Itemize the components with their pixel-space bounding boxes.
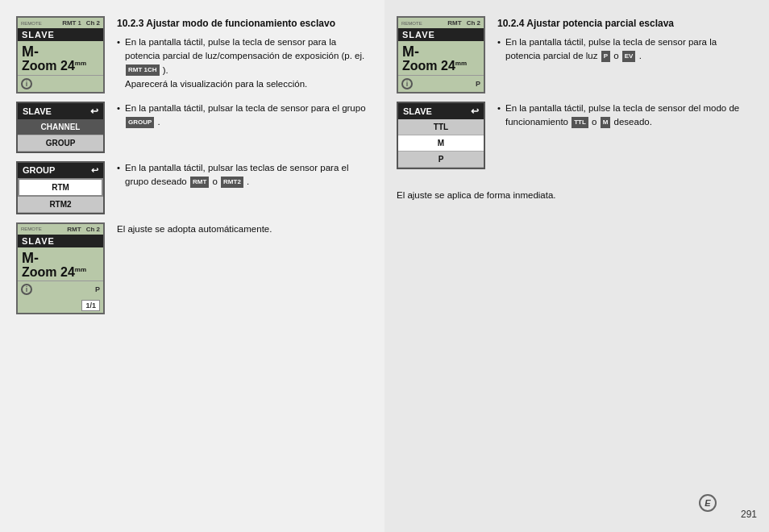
section3-bullet: En la pantalla táctil, pulsar las teclas… [117,161,368,189]
lcd2-zoom-m: M- [22,251,99,265]
lcd2-bottom: i P [18,281,103,297]
lcd2-remote-label: REMOTE [21,227,42,231]
slave-menu-titlebar: SLAVE ↩ [18,103,103,119]
page-footer: E 291 [741,509,757,520]
left-panel: REMOTE RMT 1 Ch 2 SLAVE M- [0,0,384,532]
right-section2-bullet: En la pantalla táctil, pulse la tecla de… [497,102,753,130]
ttl-item[interactable]: TTL [398,119,484,135]
badge-ev: EV [622,51,636,62]
section4-text: El ajuste se adopta automáticamente. [117,222,368,315]
lcd1-info-icon: i [21,78,32,89]
group-item[interactable]: GROUP [18,135,103,152]
group-menu-titlebar: GROUP ↩ [18,163,103,178]
lcd1-bottom: i [18,75,103,92]
m-item[interactable]: M [398,135,484,152]
badge-rmt: RMT [190,177,209,188]
section2-text: En la pantalla táctil, pulsar la tecla d… [117,102,368,153]
section1-bullet1: En la pantalla táctil, pulse la tecla de… [117,35,368,91]
lcd1-slave-bar: SLAVE [18,28,103,41]
lcd-screen-2: REMOTE RMT Ch 2 SLAVE M- Zoom 24mm i [16,222,105,315]
section3-text: En la pantalla táctil, pulsar las teclas… [117,161,368,214]
lcd2-p-label: P [95,285,100,293]
group-menu-screen: GROUP ↩ RTM RTM2 [16,161,105,214]
lcd2-zoom-text: Zoom 24mm [22,265,99,280]
lcd1-zoom-sup: mm [75,60,86,67]
lcd1-rmt-label: RMT 1 [62,19,81,27]
badge-m: M [601,117,611,128]
lcd2-slave-bar: SLAVE [18,235,103,247]
right-slave-titlebar: SLAVE ↩ [398,103,484,119]
lcd1-remote-label: REMOTE [21,21,42,26]
right-section1-text: 10.2.4 Ajustar potencia parcial esclava … [497,16,753,94]
lcd2-rmt-label: RMT [67,226,81,233]
slave-menu-screen: SLAVE ↩ CHANNEL GROUP [16,102,105,153]
right-section1-title: 10.2.4 Ajustar potencia parcial esclava [497,16,753,31]
right-lcd1-slave: SLAVE [398,28,484,41]
e-badge: E [699,494,717,512]
lcd2-zoom-sup: mm [75,265,86,272]
badge-ttl: TTL [572,117,588,128]
lcd2-fraction: 1/1 [18,297,103,313]
group-back-arrow: ↩ [91,165,98,176]
badge-group: GROUP [126,117,154,128]
lcd1-ch-label: Ch 2 [86,19,100,27]
right-lcd-screen-1: REMOTE RMT Ch 2 SLAVE M- Zoom 24mm i [397,16,485,94]
section1-text: 10.2.3 Ajustar modo de funcionamiento es… [117,16,368,94]
lcd1-zoom-m: M- [22,44,99,59]
lcd2-zoom: M- Zoom 24mm [18,247,103,281]
lcd-screen-1: REMOTE RMT 1 Ch 2 SLAVE M- [16,16,105,94]
right-section2-text: En la pantalla táctil, pulse la tecla de… [497,102,753,169]
slave-back-arrow: ↩ [90,106,98,117]
p-item[interactable]: P [398,152,484,168]
page-number: 291 [741,509,757,520]
lcd1-header: REMOTE RMT 1 Ch 2 [18,18,103,28]
lcd2-ch-label: Ch 2 [86,226,100,233]
badge-rmt2: RMT2 [221,177,243,188]
right-plain-text: El ajuste se aplica de forma inmediata. [397,189,753,209]
right-lcd1-rmt: RMT [447,19,461,27]
right-lcd1-remote: REMOTE [401,21,422,26]
rtm2-item[interactable]: RTM2 [18,197,103,213]
right-lcd1-bottom: i P [398,75,484,92]
right-lcd1-header: REMOTE RMT Ch 2 [398,18,484,28]
lcd1-zoom-text: Zoom 24mm [22,59,99,73]
right-section1-bullet1: En la pantalla táctil, pulse la tecla de… [497,35,753,64]
channel-item[interactable]: CHANNEL [18,119,103,135]
right-slave-menu: SLAVE ↩ TTL M P [397,102,485,169]
lcd2-header: REMOTE RMT Ch 2 [18,224,103,235]
right-lcd1-p: P [476,80,480,88]
lcd1-zoom: M- Zoom 24mm [18,41,103,75]
badge-p: P [601,51,610,62]
section2-bullet: En la pantalla táctil, pulsar la tecla d… [117,102,368,130]
right-slave-back: ↩ [471,106,479,117]
right-lcd1-info: i [401,78,413,89]
badge-rmt1ch: RMT 1CH [126,64,160,76]
right-lcd1-ch: Ch 2 [467,19,480,27]
section4-plain: El ajuste se adopta automáticamente. [117,222,368,236]
right-lcd1-zoom: M- Zoom 24mm [398,41,484,75]
section1-title: 10.2.3 Ajustar modo de funcionamiento es… [117,16,368,31]
right-panel: REMOTE RMT Ch 2 SLAVE M- Zoom 24mm i [384,0,769,532]
lcd2-info-icon: i [21,284,32,295]
rtm-item[interactable]: RTM [18,178,103,197]
